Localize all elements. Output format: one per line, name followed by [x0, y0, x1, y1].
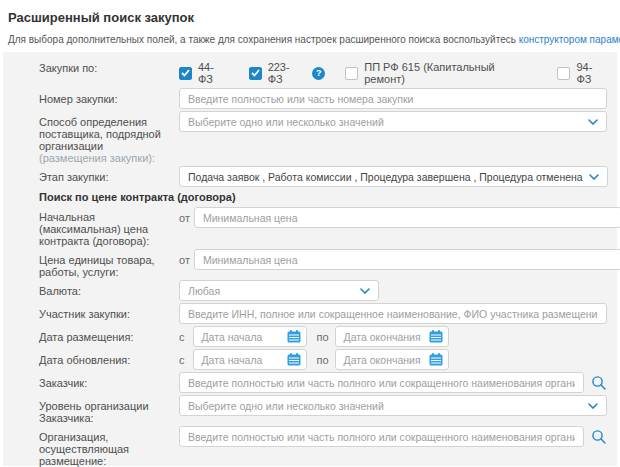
- row-laws: Закупки по: 44-ФЗ 223-ФЗ ? ПП РФ 615 (Ка…: [39, 59, 607, 85]
- search-icon: [591, 375, 607, 391]
- calendar-icon[interactable]: [287, 353, 301, 366]
- update-date-end-placeholder: Дата окончания: [344, 354, 421, 366]
- advanced-search-page: Расширенный поиск закупок Для выбора доп…: [0, 0, 620, 466]
- supplier-method-placeholder: Выберите одно или несколько значений: [188, 116, 384, 128]
- placement-date-start-placeholder: Дата начала: [202, 331, 263, 343]
- purchase-stage-label: Этап закупки:: [39, 166, 179, 183]
- row-placing-org: Организация, осуществляющая размещение:: [39, 426, 607, 467]
- update-date-start-placeholder: Дата начала: [202, 354, 263, 366]
- initial-price-min-input[interactable]: [194, 207, 620, 228]
- checkbox-94fz[interactable]: 94-ФЗ: [557, 61, 607, 85]
- laws-checkbox-group: 44-ФЗ 223-ФЗ ? ПП РФ 615 (Капитальный ре…: [179, 59, 607, 85]
- intro-text-static: Для выбора дополнительных полей, а также…: [8, 34, 519, 45]
- update-date-start-input[interactable]: Дата начала: [193, 349, 307, 370]
- checkbox-pprf615[interactable]: ПП РФ 615 (Капитальный ремонт): [345, 61, 537, 85]
- purchase-stage-select[interactable]: Подача заявок , Работа комиссии , Процед…: [179, 166, 608, 187]
- intro-text: Для выбора дополнительных полей, а также…: [8, 34, 617, 45]
- customer-org-level-label: Уровень организации Заказчика:: [39, 395, 179, 424]
- purchase-number-input[interactable]: [179, 88, 607, 109]
- customer-input[interactable]: [179, 372, 584, 393]
- row-currency: Валюта: Любая: [39, 280, 607, 301]
- calendar-icon[interactable]: [287, 330, 301, 343]
- checkbox-pprf615-label: ПП РФ 615 (Капитальный ремонт): [364, 61, 537, 85]
- customer-search-button[interactable]: [591, 375, 607, 391]
- currency-label: Валюта:: [39, 280, 179, 297]
- initial-price-from-label: от: [179, 212, 194, 224]
- row-update-date: Дата обновления: с Дата начала по Дата о…: [39, 349, 607, 370]
- supplier-method-label-text: Способ определения поставщика, подрядной…: [39, 116, 161, 152]
- checkbox-94fz-label: 94-ФЗ: [576, 61, 607, 85]
- update-date-from-label: с: [179, 354, 189, 366]
- currency-select[interactable]: Любая: [179, 280, 379, 301]
- search-form-panel: Закупки по: 44-ФЗ 223-ФЗ ? ПП РФ 615 (Ка…: [3, 52, 617, 466]
- chevron-down-icon: [588, 119, 598, 125]
- purchase-number-label: Номер закупки:: [39, 88, 179, 105]
- placement-date-start-input[interactable]: Дата начала: [193, 326, 307, 347]
- row-purchase-number: Номер закупки:: [39, 88, 607, 109]
- checkbox-223fz-label: 223-ФЗ: [268, 61, 305, 85]
- chevron-down-icon: [589, 174, 599, 180]
- participant-input[interactable]: [179, 303, 607, 324]
- update-date-end-input[interactable]: Дата окончания: [335, 349, 449, 370]
- checkbox-44fz[interactable]: 44-ФЗ: [179, 61, 229, 85]
- placement-date-to-label: по: [307, 331, 335, 343]
- row-purchase-stage: Этап закупки: Подача заявок , Работа ком…: [39, 166, 607, 187]
- checkbox-44fz-box[interactable]: [179, 67, 192, 80]
- unit-price-min-input[interactable]: [194, 249, 620, 270]
- placement-date-end-input[interactable]: Дата окончания: [335, 326, 449, 347]
- customer-org-level-placeholder: Выберите одно или несколько значений: [188, 400, 384, 412]
- row-placement-date: Дата размещения: с Дата начала по Дата о…: [39, 326, 607, 347]
- checkbox-223fz-box[interactable]: [249, 67, 262, 80]
- page-title: Расширенный поиск закупок: [8, 10, 617, 25]
- initial-price-label: Начальная (максимальная) цена контракта …: [39, 207, 179, 247]
- placing-org-search-button[interactable]: [591, 429, 607, 445]
- row-participant: Участник закупки:: [39, 303, 607, 324]
- update-date-label: Дата обновления:: [39, 349, 179, 366]
- currency-value: Любая: [188, 285, 220, 297]
- placing-org-input[interactable]: [179, 426, 584, 447]
- placement-date-label: Дата размещения:: [39, 326, 179, 343]
- checkbox-94fz-box[interactable]: [557, 67, 570, 80]
- chevron-down-icon: [360, 288, 370, 294]
- customer-label: Заказчик:: [39, 372, 179, 389]
- calendar-icon[interactable]: [429, 353, 443, 366]
- supplier-method-label-note: (размещения закупки):: [39, 152, 155, 164]
- search-params-constructor-link[interactable]: конструктором параметров поиска: [519, 34, 620, 45]
- row-customer-org-level: Уровень организации Заказчика: Выберите …: [39, 395, 607, 424]
- price-section-title: Поиск по цене контракта (договора): [39, 191, 607, 203]
- search-icon: [591, 429, 607, 445]
- row-supplier-method: Способ определения поставщика, подрядной…: [39, 111, 607, 164]
- question-circle-icon[interactable]: ?: [312, 67, 325, 80]
- placement-date-end-placeholder: Дата окончания: [344, 331, 421, 343]
- checkbox-44fz-label: 44-ФЗ: [198, 61, 229, 85]
- update-date-to-label: по: [307, 354, 335, 366]
- placing-org-label: Организация, осуществляющая размещение:: [39, 426, 179, 467]
- row-unit-price: Цена единицы товара, работы, услуги: от …: [39, 249, 607, 278]
- customer-org-level-select[interactable]: Выберите одно или несколько значений: [179, 395, 607, 416]
- supplier-method-select[interactable]: Выберите одно или несколько значений: [179, 111, 607, 132]
- row-customer: Заказчик:: [39, 372, 607, 393]
- calendar-icon[interactable]: [429, 330, 443, 343]
- check-icon: [181, 69, 190, 77]
- supplier-method-label: Способ определения поставщика, подрядной…: [39, 111, 179, 164]
- unit-price-from-label: от: [179, 254, 194, 266]
- row-initial-price: Начальная (максимальная) цена контракта …: [39, 207, 607, 247]
- unit-price-label: Цена единицы товара, работы, услуги:: [39, 249, 179, 278]
- purchase-stage-value: Подача заявок , Работа комиссии , Процед…: [188, 171, 583, 183]
- checkbox-223fz[interactable]: 223-ФЗ ?: [249, 61, 326, 85]
- placement-date-from-label: с: [179, 331, 189, 343]
- check-icon: [251, 69, 260, 77]
- laws-label: Закупки по:: [39, 59, 179, 74]
- participant-label: Участник закупки:: [39, 303, 179, 320]
- checkbox-pprf615-box[interactable]: [345, 67, 358, 80]
- chevron-down-icon: [588, 403, 598, 409]
